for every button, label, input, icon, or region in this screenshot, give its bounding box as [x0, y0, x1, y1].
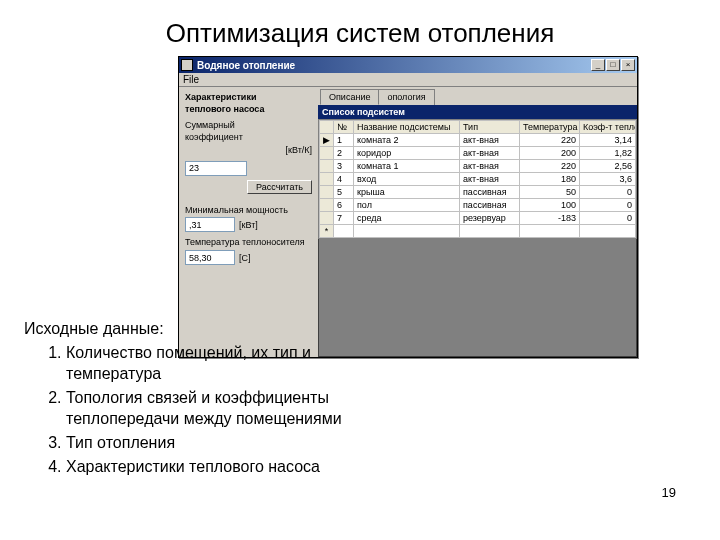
tabs: Описание опология	[318, 87, 637, 105]
app-window: Водяное отопление _ □ × File Характерист…	[178, 56, 638, 358]
cell-coef[interactable]: 0	[580, 186, 636, 199]
table-row[interactable]: 2коридоракт-вная2001,82	[320, 147, 636, 160]
coef-input[interactable]	[185, 161, 247, 176]
table-caption: Список подсистем	[318, 105, 637, 119]
cell-n[interactable]: 3	[334, 160, 354, 173]
cell-coef[interactable]: 3,6	[580, 173, 636, 186]
min-power-unit: [кВт]	[239, 220, 258, 230]
cell-name[interactable]: крыша	[354, 186, 460, 199]
tab-topology[interactable]: опология	[378, 89, 434, 105]
calc-button[interactable]: Рассчитать	[247, 180, 312, 194]
minimize-icon[interactable]: _	[591, 59, 605, 71]
cell-type[interactable]: акт-вная	[460, 134, 520, 147]
left-panel: Характеристики теплового насоса Суммарны…	[179, 87, 318, 357]
cell-type[interactable]: акт-вная	[460, 147, 520, 160]
table-row[interactable]: 3комната 1акт-вная2202,56	[320, 160, 636, 173]
table-header-row: № Название подсистемы Тип Температура Ко…	[320, 121, 636, 134]
col-coef[interactable]: Коэф-т теплопер	[580, 121, 636, 134]
cell-temp[interactable]: 200	[520, 147, 580, 160]
slide-title: Оптимизация систем отопления	[0, 0, 720, 57]
menu-file[interactable]: File	[183, 74, 199, 85]
slide-text: Исходные данные: Количество помещений, и…	[24, 318, 364, 479]
row-marker	[320, 173, 334, 186]
new-row-marker: *	[320, 225, 334, 238]
cell-n[interactable]: 2	[334, 147, 354, 160]
window-title: Водяное отопление	[197, 60, 591, 71]
cell-name[interactable]: комната 1	[354, 160, 460, 173]
coef-unit: [кВт/К]	[285, 145, 312, 155]
cell-coef[interactable]: 0	[580, 199, 636, 212]
cell-temp[interactable]: 100	[520, 199, 580, 212]
titlebar: Водяное отопление _ □ ×	[179, 57, 637, 73]
cell-n[interactable]: 6	[334, 199, 354, 212]
tab-description[interactable]: Описание	[320, 89, 379, 105]
cell-coef[interactable]: 0	[580, 212, 636, 225]
cell-name[interactable]: комната 2	[354, 134, 460, 147]
cell-n[interactable]: 4	[334, 173, 354, 186]
cell-name[interactable]: среда	[354, 212, 460, 225]
table-row[interactable]: 4входакт-вная1803,6	[320, 173, 636, 186]
col-n[interactable]: №	[334, 121, 354, 134]
col-temp[interactable]: Температура	[520, 121, 580, 134]
cell-n[interactable]: 5	[334, 186, 354, 199]
sum-label-1: Суммарный	[185, 121, 312, 131]
menubar: File	[179, 73, 637, 87]
min-power-input[interactable]	[185, 217, 235, 232]
cell-type[interactable]: пассивная	[460, 199, 520, 212]
row-marker: ▶	[320, 134, 334, 147]
cell-type[interactable]: акт-вная	[460, 160, 520, 173]
data-grid[interactable]: № Название подсистемы Тип Температура Ко…	[318, 119, 637, 239]
close-icon[interactable]: ×	[621, 59, 635, 71]
panel-heading: Характеристики	[185, 93, 312, 103]
cell-coef[interactable]: 1,82	[580, 147, 636, 160]
table-row[interactable]: ▶1комната 2акт-вная2203,14	[320, 134, 636, 147]
cell-name[interactable]: вход	[354, 173, 460, 186]
app-icon	[181, 59, 193, 71]
cell-n[interactable]: 1	[334, 134, 354, 147]
min-power-label: Минимальная мощность	[185, 206, 312, 216]
list-item: Топология связей и коэффициенты теплопер…	[66, 387, 364, 430]
temp-input[interactable]	[185, 250, 235, 265]
cell-temp[interactable]: 220	[520, 134, 580, 147]
table-row[interactable]: 7средарезервуар-1830	[320, 212, 636, 225]
table-row[interactable]: 6полпассивная1000	[320, 199, 636, 212]
col-type[interactable]: Тип	[460, 121, 520, 134]
row-marker	[320, 186, 334, 199]
cell-temp[interactable]: 220	[520, 160, 580, 173]
list-item: Количество помещений, их тип и температу…	[66, 342, 364, 385]
row-marker	[320, 199, 334, 212]
page-number: 19	[662, 485, 676, 500]
col-name[interactable]: Название подсистемы	[354, 121, 460, 134]
row-marker	[320, 147, 334, 160]
cell-type[interactable]: пассивная	[460, 186, 520, 199]
temp-label: Температура теплоносителя	[185, 238, 312, 248]
maximize-icon[interactable]: □	[606, 59, 620, 71]
row-marker	[320, 160, 334, 173]
sum-label-2: коэффициент	[185, 133, 312, 143]
table-row[interactable]: 5крышапассивная500	[320, 186, 636, 199]
list-item: Характеристики теплового насоса	[66, 456, 364, 478]
cell-type[interactable]: акт-вная	[460, 173, 520, 186]
text-heading: Исходные данные:	[24, 318, 364, 340]
cell-type[interactable]: резервуар	[460, 212, 520, 225]
cell-name[interactable]: коридор	[354, 147, 460, 160]
cell-name[interactable]: пол	[354, 199, 460, 212]
grid-empty-area	[318, 239, 637, 357]
cell-coef[interactable]: 3,14	[580, 134, 636, 147]
right-panel: Описание опология Список подсистем №	[318, 87, 637, 357]
new-row[interactable]: *	[320, 225, 636, 238]
cell-temp[interactable]: 180	[520, 173, 580, 186]
cell-temp[interactable]: 50	[520, 186, 580, 199]
row-marker	[320, 212, 334, 225]
cell-coef[interactable]: 2,56	[580, 160, 636, 173]
panel-heading-2: теплового насоса	[185, 105, 312, 115]
list-item: Тип отопления	[66, 432, 364, 454]
cell-temp[interactable]: -183	[520, 212, 580, 225]
temp-unit: [С]	[239, 253, 251, 263]
cell-n[interactable]: 7	[334, 212, 354, 225]
